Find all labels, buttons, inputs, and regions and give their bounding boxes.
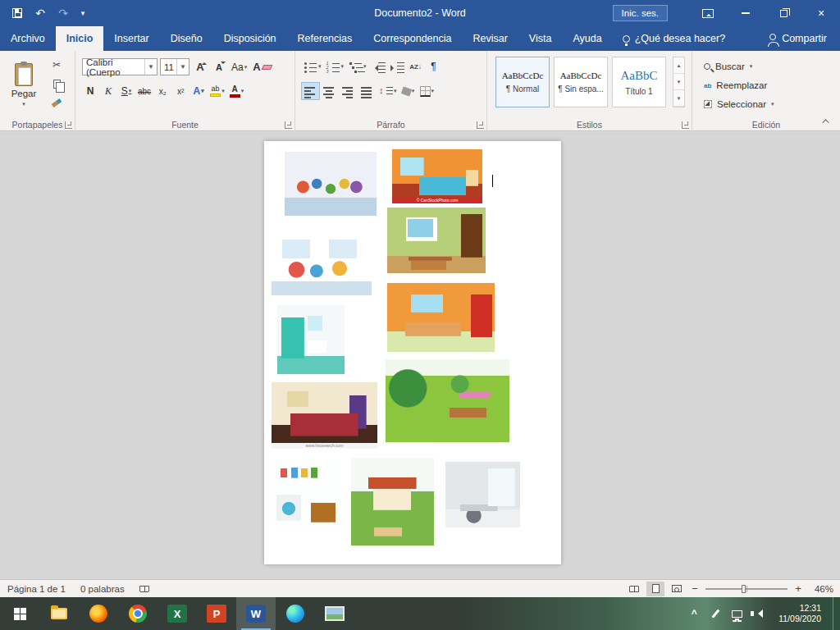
- paste-button[interactable]: Pegar ▾: [5, 56, 43, 115]
- clipart-home-office[interactable]: [445, 462, 520, 527]
- font-color-button[interactable]: A ▾: [228, 83, 246, 99]
- justify-button[interactable]: [358, 83, 376, 99]
- taskbar-file-explorer[interactable]: [39, 597, 79, 630]
- zoom-slider[interactable]: [705, 588, 788, 590]
- share-button[interactable]: Compartir: [756, 26, 840, 51]
- tab-diseno[interactable]: Diseño: [160, 26, 213, 51]
- signin-button[interactable]: Inic. ses.: [613, 5, 668, 21]
- start-button[interactable]: [0, 597, 39, 630]
- style-scroll-up-button[interactable]: ▲: [673, 57, 684, 74]
- paragraph-dialog-launcher-icon[interactable]: [477, 121, 484, 129]
- style-scroll-down-button[interactable]: ▼: [673, 74, 684, 90]
- tab-insertar[interactable]: Insertar: [103, 26, 159, 51]
- document-area[interactable]: © CanStockPhoto.comwww.fotosearch.com: [0, 132, 840, 579]
- italic-button[interactable]: K: [100, 83, 116, 99]
- align-center-button[interactable]: [321, 83, 338, 99]
- tab-ayuda[interactable]: Ayuda: [562, 26, 612, 51]
- text-effects-button[interactable]: A▾: [190, 83, 207, 99]
- hidden-icons-button[interactable]: ^: [685, 597, 703, 630]
- cut-button[interactable]: ✂: [46, 57, 67, 72]
- word-count[interactable]: 0 palabras: [73, 580, 132, 597]
- tab-archivo[interactable]: Archivo: [0, 26, 56, 51]
- clipart-bedroom[interactable]: © CanStockPhoto.com: [392, 149, 482, 203]
- subscript-button[interactable]: x₂: [154, 83, 171, 99]
- clipart-house-exterior[interactable]: [351, 458, 434, 546]
- read-mode-button[interactable]: [625, 582, 643, 596]
- taskbar-excel[interactable]: X: [158, 597, 197, 630]
- taskbar-firefox[interactable]: [79, 597, 118, 630]
- taskbar-edge[interactable]: [276, 597, 315, 630]
- zoom-out-button[interactable]: −: [689, 582, 701, 595]
- clipart-family-group[interactable]: [285, 152, 377, 216]
- zoom-in-button[interactable]: +: [792, 582, 804, 595]
- font-dialog-launcher-icon[interactable]: [285, 121, 292, 129]
- decrease-indent-button[interactable]: [370, 58, 387, 75]
- show-paragraph-marks-button[interactable]: ¶: [426, 58, 442, 75]
- tab-disposicion[interactable]: Disposición: [213, 26, 287, 51]
- undo-button[interactable]: ↶: [30, 2, 51, 24]
- restore-button[interactable]: [765, 0, 802, 26]
- taskbar-photos[interactable]: [315, 597, 354, 630]
- tab-referencias[interactable]: Referencias: [287, 26, 363, 51]
- clipart-kitchen[interactable]: [387, 283, 495, 352]
- bold-button[interactable]: N: [82, 83, 98, 99]
- style-no-spacing[interactable]: AaBbCcDc ¶ Sin espa...: [554, 57, 608, 107]
- font-size-combo[interactable]: 11 ▼: [160, 58, 189, 75]
- clipart-dining-room[interactable]: [387, 208, 486, 273]
- network-tray-icon[interactable]: [728, 597, 746, 630]
- style-normal[interactable]: AaBbCcDc ¶ Normal: [495, 57, 550, 107]
- taskbar-chrome[interactable]: [118, 597, 158, 630]
- numbering-button[interactable]: ▾: [325, 58, 346, 75]
- taskbar-word[interactable]: W: [236, 597, 276, 630]
- zoom-percentage[interactable]: 46%: [809, 584, 833, 594]
- proofing-status[interactable]: [132, 580, 157, 597]
- font-name-combo[interactable]: Calibri (Cuerpo ▼: [82, 58, 158, 75]
- multilevel-list-button[interactable]: ▾: [347, 58, 368, 75]
- borders-button[interactable]: ▾: [418, 83, 436, 99]
- tab-vista[interactable]: Vista: [518, 26, 563, 51]
- copy-button[interactable]: [46, 76, 67, 91]
- bullets-button[interactable]: ▾: [302, 58, 323, 75]
- print-layout-button[interactable]: [646, 582, 664, 596]
- style-heading1[interactable]: AaBbC Título 1: [612, 57, 666, 107]
- format-painter-button[interactable]: [46, 95, 67, 110]
- clipart-bathroom[interactable]: [277, 305, 345, 374]
- shrink-font-button[interactable]: A: [211, 59, 227, 75]
- save-button[interactable]: [7, 2, 28, 24]
- redo-button[interactable]: ↷: [52, 2, 74, 24]
- clipart-garden[interactable]: [386, 359, 509, 442]
- tell-me-box[interactable]: ¿Qué desea hacer?: [613, 26, 736, 51]
- style-gallery-more-button[interactable]: ▼: [673, 90, 684, 107]
- page-count[interactable]: Página 1 de 1: [0, 580, 73, 597]
- clipart-laundry-room[interactable]: [272, 462, 340, 527]
- highlight-button[interactable]: ab ▾: [208, 83, 226, 99]
- show-desktop-button[interactable]: [833, 597, 837, 630]
- pen-tray-icon[interactable]: [706, 597, 724, 630]
- underline-button[interactable]: S▾: [118, 83, 135, 99]
- ribbon-display-options-icon[interactable]: [702, 9, 714, 18]
- shading-button[interactable]: ▾: [400, 83, 417, 99]
- find-button[interactable]: Buscar ▾: [704, 58, 752, 75]
- clear-formatting-button[interactable]: A: [251, 59, 272, 75]
- styles-dialog-launcher-icon[interactable]: [682, 121, 689, 129]
- close-button[interactable]: ×: [802, 0, 840, 26]
- tab-revisar[interactable]: Revisar: [462, 26, 518, 51]
- clipart-children-playing[interactable]: [272, 231, 372, 295]
- grow-font-button[interactable]: A: [192, 59, 208, 75]
- tab-inicio[interactable]: Inicio: [56, 26, 104, 51]
- taskbar-powerpoint[interactable]: P: [197, 597, 236, 630]
- superscript-button[interactable]: x²: [172, 83, 189, 99]
- clipboard-dialog-launcher-icon[interactable]: [65, 121, 72, 129]
- sort-button[interactable]: AZ↓: [408, 58, 424, 75]
- clipart-living-room[interactable]: www.fotosearch.com: [272, 382, 377, 449]
- document-page[interactable]: © CanStockPhoto.comwww.fotosearch.com: [264, 141, 561, 564]
- zoom-slider-thumb[interactable]: [742, 585, 746, 593]
- align-left-button[interactable]: [302, 83, 319, 99]
- strikethrough-button[interactable]: abc: [136, 83, 153, 99]
- minimize-button[interactable]: [727, 0, 765, 26]
- align-right-button[interactable]: [340, 83, 357, 99]
- web-layout-button[interactable]: [668, 582, 686, 596]
- line-spacing-button[interactable]: ▾: [377, 83, 399, 99]
- volume-tray-icon[interactable]: [749, 597, 767, 630]
- tab-correspondencia[interactable]: Correspondencia: [363, 26, 462, 51]
